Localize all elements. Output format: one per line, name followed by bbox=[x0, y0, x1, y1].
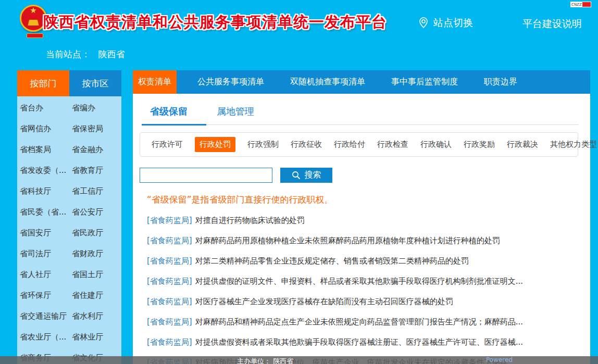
footer-bar: 主办单位： 陕西省 Powered bbox=[0, 356, 598, 364]
list-item-text: 对提供虚假资料或者采取其他欺骗手段取得医疗器械注册证、医疗器械生产许可证、医疗器… bbox=[195, 337, 523, 347]
notice-text: “省级保留”是指省级部门直接行使的行政职权。 bbox=[147, 194, 333, 206]
filter-item[interactable]: 行政征收 bbox=[291, 140, 322, 149]
main-nav: 权责清单 公共服务事项清单 双随机抽查事项清单 事中事后监管制度 职责边界 bbox=[133, 70, 590, 94]
subtab[interactable]: 属地管理 bbox=[217, 105, 254, 118]
list-item-department: [省食药监局] bbox=[147, 277, 192, 286]
subtabs: 省级保留 属地管理 bbox=[142, 105, 579, 125]
cnzz-badge-red-block bbox=[582, 2, 591, 7]
list-item[interactable]: [省食药监局]对麻醉药品药用原植物种植企业未依照麻醉药品药用原植物年度种植计划进… bbox=[147, 231, 585, 251]
list-item-text: 对第二类精神药品零售企业违反规定储存、销售或者销毁第二类精神药品的处罚 bbox=[195, 256, 469, 266]
list-item-text: 对擅自进行药物临床试验的处罚 bbox=[195, 216, 305, 225]
current-site-value: 陕西省 bbox=[98, 49, 124, 59]
department-item[interactable]: 省台办 bbox=[17, 97, 69, 118]
list-item-department: [省食药监局] bbox=[147, 216, 192, 225]
sidebar: 按部门 按市区 省台办 省编办 省网信办 省保密局 省档案局 省金融办 省发改委… bbox=[17, 70, 121, 364]
department-item[interactable]: 省发改委（... bbox=[17, 160, 69, 181]
list-item[interactable]: [省食药监局]对提供虚假资料或者采取其他欺骗手段取得医疗器械注册证、医疗器械生产… bbox=[147, 332, 585, 353]
filter-item[interactable]: 行政许可 bbox=[152, 140, 183, 149]
department-item[interactable]: 省民政厅 bbox=[69, 222, 121, 243]
list-item-text: 对医疗器械生产企业发现医疗器械存在缺陷而没有主动召回医疗器械的处罚 bbox=[195, 297, 453, 306]
location-pin-icon bbox=[418, 17, 429, 29]
current-site: 当前站点： 陕西省 bbox=[46, 48, 124, 60]
sidebar-tab[interactable]: 按部门 bbox=[17, 70, 69, 96]
department-item[interactable]: 省档案局 bbox=[17, 139, 69, 160]
department-list: 省台办 省编办 省网信办 省保密局 省档案局 省金融办 省发改委（... 省教育… bbox=[17, 96, 121, 364]
subtab[interactable]: 省级保留 bbox=[150, 105, 188, 118]
sidebar-tabs: 按部门 按市区 bbox=[17, 70, 121, 96]
list-item-text: 对麻醉药品药用原植物种植企业未依照麻醉药品药用原植物年度种植计划进行种植的处罚 bbox=[195, 236, 500, 245]
content-card: 省级保留 属地管理 行政许可 行政处罚 行政强制 行政征收 行政给付 行政检查 … bbox=[133, 94, 590, 364]
sidebar-tab[interactable]: 按市区 bbox=[69, 70, 121, 96]
department-item[interactable]: 省金融办 bbox=[69, 139, 121, 160]
search-row: 搜索 bbox=[140, 168, 332, 183]
search-button-label: 搜索 bbox=[305, 170, 321, 181]
current-site-label: 当前站点： bbox=[46, 49, 90, 59]
list-item-department: [省食药监局] bbox=[147, 337, 192, 347]
nav-tab[interactable]: 权责清单 bbox=[133, 70, 177, 94]
footer-powered-link[interactable]: Powered bbox=[486, 356, 513, 363]
list-item[interactable]: [省食药监局]对麻醉药品和精神药品定点生产企业未依照规定向药品监督管理部门报告生… bbox=[147, 312, 585, 332]
department-item[interactable]: 省国安厅 bbox=[17, 222, 69, 243]
site-switch-label: 站点切换 bbox=[433, 16, 473, 30]
department-item[interactable]: 省住建厅 bbox=[69, 285, 121, 306]
search-input[interactable] bbox=[140, 168, 272, 183]
list-item[interactable]: [省食药监局]对第二类精神药品零售企业违反规定储存、销售或者销毁第二类精神药品的… bbox=[147, 251, 585, 271]
filter-bar: 行政许可 行政处罚 行政强制 行政征收 行政给付 行政检查 行政确认 行政奖励 … bbox=[140, 132, 578, 157]
department-item[interactable]: 省科技厅 bbox=[17, 181, 69, 202]
list-item-department: [省食药监局] bbox=[147, 317, 192, 327]
filter-item[interactable]: 行政裁决 bbox=[507, 140, 538, 149]
list-item-department: [省食药监局] bbox=[147, 236, 192, 245]
department-item[interactable]: 省司法厅 bbox=[17, 243, 69, 264]
department-item[interactable]: 省环保厅 bbox=[17, 285, 69, 306]
footer-host-text: 主办单位： 陕西省 bbox=[237, 357, 293, 364]
cnzz-stats-badge[interactable]: CNZZ bbox=[570, 2, 591, 7]
list-item-department: [省食药监局] bbox=[147, 297, 192, 306]
list-item[interactable]: [省食药监局]对擅自进行药物临床试验的处罚 bbox=[147, 210, 585, 231]
filter-item[interactable]: 其他权力类型 bbox=[550, 140, 597, 149]
nav-tab[interactable]: 职责边界 bbox=[479, 70, 522, 94]
page-title: 陕西省权责清单和公共服务事项清单统一发布平台 bbox=[43, 12, 387, 33]
department-item[interactable]: 省保密局 bbox=[69, 118, 121, 139]
department-item[interactable]: 省公安厅 bbox=[69, 202, 121, 222]
search-icon bbox=[292, 171, 301, 180]
department-item[interactable]: 省农业厅（... bbox=[17, 327, 69, 347]
platform-info-link[interactable]: 平台建设说明 bbox=[522, 17, 582, 31]
list-item[interactable]: [省食药监局]对提供虚假的证明文件、申报资料、样品或者采取其他欺骗手段取得医疗机… bbox=[147, 271, 585, 292]
department-item[interactable]: 省水利厅 bbox=[69, 306, 121, 327]
result-list: [省食药监局]对擅自进行药物临床试验的处罚 [省食药监局]对麻醉药品药用原植物种… bbox=[147, 210, 585, 364]
filter-item[interactable]: 行政确认 bbox=[420, 140, 452, 149]
list-item-department: [省食药监局] bbox=[147, 256, 192, 266]
department-item[interactable]: 省教育厅 bbox=[69, 160, 121, 181]
list-item[interactable]: [省食药监局]对医疗器械生产企业发现医疗器械存在缺陷而没有主动召回医疗器械的处罚 bbox=[147, 292, 585, 312]
search-button[interactable]: 搜索 bbox=[280, 168, 332, 183]
filter-item[interactable]: 行政奖励 bbox=[464, 140, 495, 149]
site-switch-button[interactable]: 站点切换 bbox=[418, 16, 473, 30]
nav-tab[interactable]: 双随机抽查事项清单 bbox=[285, 70, 370, 94]
cnzz-badge-label: CNZZ bbox=[570, 3, 582, 7]
department-item[interactable]: 省财政厅 bbox=[69, 243, 121, 264]
list-item-text: 对提供虚假的证明文件、申报资料、样品或者采取其他欺骗手段取得医疗机构制剂批准证明… bbox=[195, 277, 523, 286]
department-item[interactable]: 省林业厅 bbox=[69, 327, 121, 347]
filter-item[interactable]: 行政强制 bbox=[247, 140, 279, 149]
department-item[interactable]: 省网信办 bbox=[17, 118, 69, 139]
nav-tab[interactable]: 事中事后监管制度 bbox=[386, 70, 463, 94]
department-item[interactable]: 省人社厅 bbox=[17, 264, 69, 285]
filter-item[interactable]: 行政检查 bbox=[377, 140, 408, 149]
department-item[interactable]: 省工信厅 bbox=[69, 181, 121, 202]
department-item[interactable]: 省民委（省... bbox=[17, 202, 69, 222]
nav-tab[interactable]: 公共服务事项清单 bbox=[192, 70, 269, 94]
filter-item[interactable]: 行政给付 bbox=[334, 140, 365, 149]
department-item[interactable]: 省交通运输厅 bbox=[17, 306, 69, 327]
list-item-text: 对麻醉药品和精神药品定点生产企业未依照规定向药品监督管理部门报告生产情况；麻醉药… bbox=[195, 317, 523, 327]
filter-item[interactable]: 行政处罚 bbox=[195, 137, 235, 152]
department-item[interactable]: 省国土厅 bbox=[69, 264, 121, 285]
page: ★ 陕西省权责清单和公共服务事项清单统一发布平台 站点切换 平台建设说明 当前站… bbox=[0, 0, 598, 364]
department-item[interactable]: 省编办 bbox=[69, 97, 121, 118]
